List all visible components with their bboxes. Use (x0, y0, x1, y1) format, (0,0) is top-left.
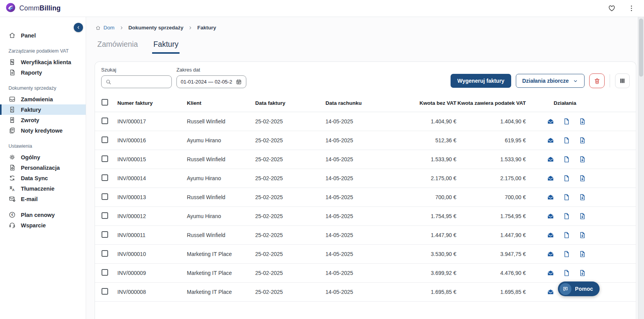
sidebar-item-faktury[interactable]: €Faktury (0, 104, 86, 115)
page-scrollbar-thumb[interactable] (639, 19, 643, 77)
sidebar-item-e-mail[interactable]: E-mail (0, 194, 86, 204)
download-document-button[interactable] (578, 136, 586, 144)
column-settings-button[interactable] (615, 73, 630, 88)
view-document-button[interactable] (563, 136, 570, 144)
sidebar-item-weryfikacja-klienta[interactable]: Weryfikacja klienta (0, 57, 86, 67)
bulk-actions-button[interactable]: Działania zbiorcze (516, 74, 585, 88)
send-email-button[interactable] (547, 269, 554, 277)
mail-gear-icon (8, 195, 16, 203)
sidebar-item-personalizacja[interactable]: Personalizacja (0, 162, 86, 173)
breadcrumb-item[interactable]: Faktury (197, 25, 216, 31)
table-row: INV/000015Russell Winfield25-02-202514-0… (95, 150, 636, 169)
tab-zamowienia[interactable]: Zamówienia (96, 40, 139, 54)
send-email-button[interactable] (547, 231, 554, 239)
view-document-button[interactable] (563, 155, 570, 163)
download-document-button[interactable] (578, 118, 586, 125)
row-checkbox[interactable] (102, 288, 108, 295)
generate-invoices-button[interactable]: Wygeneruj faktury (451, 74, 512, 88)
invoice-table-body: INV/000017Russell Winfield25-02-202514-0… (95, 112, 636, 302)
sidebar-item-wsparcie[interactable]: Wsparcie (0, 220, 86, 230)
send-email-button[interactable] (547, 288, 554, 296)
delete-button[interactable] (589, 73, 605, 88)
download-document-button[interactable] (578, 250, 586, 258)
row-checkbox[interactable] (102, 193, 108, 200)
view-document-button[interactable] (563, 269, 570, 277)
net-amount-cell: 1.533,90 € (391, 156, 456, 162)
table-row: INV/000016Ayumu Hirano25-02-202514-05-20… (95, 131, 636, 150)
view-document-button[interactable] (563, 193, 570, 201)
download-document-button[interactable] (578, 193, 586, 201)
bill-date-cell: 14-05-2025 (325, 175, 391, 181)
select-all-checkbox[interactable] (102, 99, 108, 106)
sidebar-item-label: E-mail (21, 196, 38, 202)
view-document-button[interactable] (563, 212, 570, 220)
tab-faktury[interactable]: Faktury (152, 40, 180, 54)
calendar-icon (236, 78, 242, 85)
row-checkbox[interactable] (102, 155, 108, 162)
sidebar-item-zamówienia[interactable]: Zamówienia (0, 94, 86, 104)
invoice-date-cell: 25-02-2025 (255, 175, 325, 181)
row-checkbox[interactable] (102, 250, 108, 257)
view-document-icon (563, 174, 570, 182)
send-email-icon (547, 212, 554, 220)
view-document-icon (563, 155, 570, 163)
download-document-button[interactable] (578, 155, 586, 163)
top-bar: CommBilling (0, 0, 644, 17)
download-document-button[interactable] (578, 174, 586, 182)
sidebar-item-label: Zamówienia (21, 96, 53, 102)
bill-date-cell: 14-05-2025 (325, 213, 391, 219)
sidebar-item-zwroty[interactable]: Zwroty (0, 115, 86, 125)
view-document-button[interactable] (563, 250, 570, 258)
download-document-button[interactable] (578, 231, 586, 239)
download-document-button[interactable] (578, 212, 586, 220)
topbar-actions (608, 4, 639, 12)
table-row: INV/000010Marketing IT Place25-02-202514… (95, 245, 636, 264)
sidebar-item-plan-cenowy[interactable]: €Plan cenowy (0, 210, 86, 220)
send-email-button[interactable] (547, 155, 554, 163)
row-checkbox[interactable] (102, 136, 108, 143)
svg-text:A: A (12, 188, 14, 192)
chevron-left-icon (76, 25, 81, 30)
breadcrumb-home-label: Dom (103, 25, 115, 31)
more-options-kebab-icon[interactable] (627, 4, 636, 12)
invoice-number-cell: INV/000017 (117, 118, 187, 125)
row-checkbox[interactable] (102, 174, 108, 181)
send-email-button[interactable] (547, 250, 554, 258)
header-kwota-zawiera-vat: Kwota zawiera podatek VAT (456, 100, 526, 106)
favorites-heart-icon[interactable] (608, 4, 616, 12)
home-icon (95, 25, 101, 31)
view-document-button[interactable] (563, 231, 570, 239)
sidebar-item-noty-kredytowe[interactable]: Noty kredytowe (0, 125, 86, 136)
send-email-button[interactable] (547, 118, 554, 125)
sidebar-item-tłumaczenie[interactable]: ATłumaczenie (0, 183, 86, 194)
send-email-button[interactable] (547, 136, 554, 144)
invoice-number-cell: INV/000009 (117, 270, 187, 276)
invoice-date-cell: 25-02-2025 (255, 118, 325, 125)
row-checkbox[interactable] (102, 118, 108, 124)
view-document-button[interactable] (563, 174, 570, 182)
download-document-icon (578, 155, 586, 163)
sidebar-item-ogólny[interactable]: Ogólny (0, 152, 86, 162)
row-checkbox[interactable] (102, 269, 108, 276)
row-checkbox[interactable] (102, 212, 108, 219)
sidebar-item-data-sync[interactable]: Data Sync (0, 173, 86, 183)
breadcrumb-item[interactable]: Dokumenty sprzedaży (129, 25, 184, 31)
sidebar-item-panel[interactable]: Panel (0, 30, 86, 41)
search-input[interactable] (115, 78, 168, 85)
view-document-button[interactable] (563, 118, 570, 125)
date-range-input[interactable]: 01-01-2024 — 02-05-2025 (176, 75, 246, 88)
row-actions (526, 174, 636, 182)
bill-date-cell: 14-05-2025 (325, 289, 391, 295)
sidebar-item-raporty[interactable]: Raporty (0, 67, 86, 78)
row-checkbox[interactable] (102, 231, 108, 238)
help-button[interactable]: Pomoc (558, 281, 600, 296)
send-email-button[interactable] (547, 174, 554, 182)
sidebar-section: UstawieniaOgólnyPersonalizacjaData SyncA… (0, 143, 86, 204)
sidebar-item-label: Personalizacja (21, 165, 60, 171)
download-document-button[interactable] (578, 269, 586, 277)
send-email-button[interactable] (547, 212, 554, 220)
send-email-button[interactable] (547, 193, 554, 201)
client-cell: Ayumu Hirano (187, 137, 255, 143)
net-amount-cell: 1.754,95 € (391, 213, 456, 219)
breadcrumb-home-link[interactable]: Dom (95, 25, 115, 31)
